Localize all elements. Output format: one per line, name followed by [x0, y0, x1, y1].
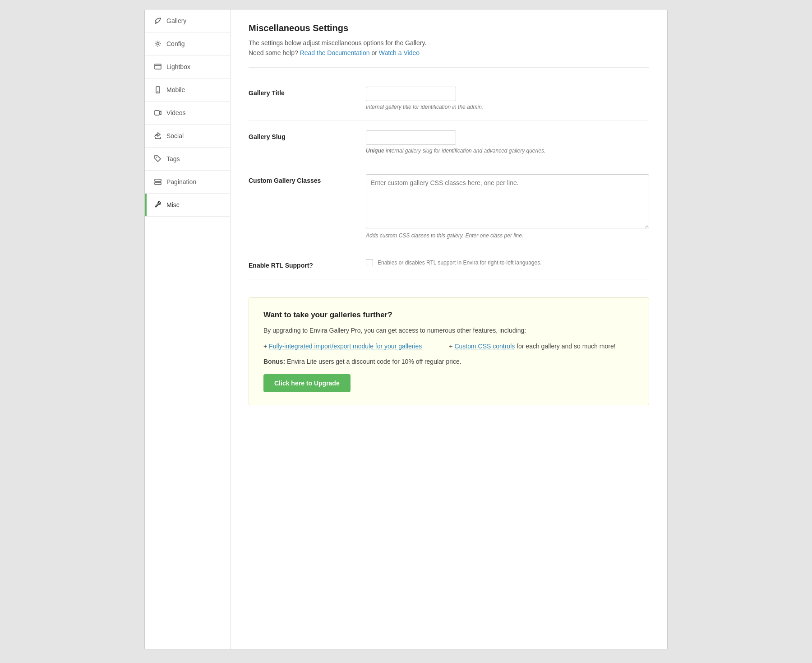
sidebar-item-lightbox[interactable]: Lightbox: [145, 56, 230, 79]
upgrade-button[interactable]: Click here to Upgrade: [263, 374, 351, 392]
svg-rect-6: [155, 179, 161, 181]
gallery-title-hint: Internal gallery title for identificatio…: [366, 104, 649, 110]
custom-classes-textarea[interactable]: [366, 174, 649, 228]
leaf-icon: [154, 17, 162, 25]
description-text: The settings below adjust miscellaneous …: [249, 39, 426, 46]
pagination-icon: [154, 178, 162, 186]
upgrade-link-2[interactable]: Custom CSS controls: [454, 343, 515, 350]
gallery-title-field: Internal gallery title for identificatio…: [366, 87, 649, 110]
sidebar-item-label-pagination: Pagination: [166, 178, 196, 185]
sidebar-item-label-lightbox: Lightbox: [166, 63, 190, 70]
gallery-slug-field: Unique internal gallery slug for identif…: [366, 130, 649, 154]
svg-rect-1: [155, 64, 161, 69]
page-title: Miscellaneous Settings: [249, 23, 649, 33]
upgrade-link-item-1: + Fully-integrated import/export module …: [263, 343, 422, 350]
svg-point-0: [157, 43, 159, 45]
gallery-title-row: Gallery Title Internal gallery title for…: [249, 77, 649, 121]
custom-classes-field: Adds custom CSS classes to this gallery.…: [366, 174, 649, 239]
tag-icon: [154, 155, 162, 163]
bonus-text: Envira Lite users get a discount code fo…: [287, 358, 461, 365]
rtl-support-checkbox[interactable]: [366, 259, 373, 266]
section-divider: [249, 67, 649, 68]
sidebar-item-pagination[interactable]: Pagination: [145, 171, 230, 194]
custom-classes-label: Custom Gallery Classes: [249, 174, 366, 184]
sidebar-item-label-tags: Tags: [166, 155, 180, 162]
or-text: or: [371, 49, 378, 56]
sidebar-item-social[interactable]: Social: [145, 125, 230, 148]
svg-rect-7: [155, 182, 161, 185]
mobile-icon: [154, 86, 162, 94]
sidebar: Gallery Config Lightbox: [145, 9, 231, 649]
svg-rect-4: [155, 111, 159, 115]
social-icon: [154, 132, 162, 140]
svg-point-5: [156, 157, 157, 158]
rtl-support-hint: Enables or disables RTL support in Envir…: [378, 260, 542, 266]
bonus-label: Bonus:: [263, 358, 285, 365]
app-container: Gallery Config Lightbox: [144, 9, 668, 650]
custom-classes-row: Custom Gallery Classes Adds custom CSS c…: [249, 164, 649, 249]
rtl-support-label: Enable RTL Support?: [249, 259, 366, 269]
page-description: The settings below adjust miscellaneous …: [249, 38, 649, 58]
gallery-slug-label: Gallery Slug: [249, 130, 366, 140]
video-link[interactable]: Watch a Video: [379, 49, 420, 56]
sidebar-item-tags[interactable]: Tags: [145, 148, 230, 171]
sidebar-item-label-videos: Videos: [166, 109, 186, 116]
gallery-title-input[interactable]: [366, 87, 456, 101]
video-icon: [154, 109, 162, 117]
upgrade-description: By upgrading to Envira Gallery Pro, you …: [263, 326, 634, 335]
sidebar-item-label-gallery: Gallery: [166, 17, 186, 24]
upgrade-title: Want to take your galleries further?: [263, 311, 634, 320]
rtl-support-checkbox-row: Enables or disables RTL support in Envir…: [366, 259, 649, 266]
rtl-support-field: Enables or disables RTL support in Envir…: [366, 259, 649, 266]
gallery-title-label: Gallery Title: [249, 87, 366, 97]
rtl-support-row: Enable RTL Support? Enables or disables …: [249, 249, 649, 279]
sidebar-item-label-config: Config: [166, 40, 185, 47]
gallery-slug-row: Gallery Slug Unique internal gallery slu…: [249, 121, 649, 164]
custom-classes-hint: Adds custom CSS classes to this gallery.…: [366, 232, 649, 239]
main-content: Miscellaneous Settings The settings belo…: [231, 9, 667, 649]
doc-link[interactable]: Read the Documentation: [300, 49, 370, 56]
sidebar-item-videos[interactable]: Videos: [145, 102, 230, 125]
lightbox-icon: [154, 63, 162, 71]
sidebar-item-label-misc: Misc: [166, 201, 180, 209]
upgrade-links: + Fully-integrated import/export module …: [263, 343, 634, 350]
upgrade-link-1[interactable]: Fully-integrated import/export module fo…: [269, 343, 422, 350]
wrench-icon: [154, 201, 162, 209]
sidebar-item-misc[interactable]: Misc: [145, 194, 230, 217]
sidebar-item-config[interactable]: Config: [145, 32, 230, 56]
upgrade-bonus-text: Bonus: Envira Lite users get a discount …: [263, 358, 634, 365]
upgrade-link-item-2: + Custom CSS controls for each gallery a…: [449, 343, 615, 350]
gallery-slug-hint: Unique internal gallery slug for identif…: [366, 148, 649, 154]
sidebar-item-label-mobile: Mobile: [166, 86, 185, 93]
sidebar-item-gallery[interactable]: Gallery: [145, 9, 230, 32]
sidebar-item-mobile[interactable]: Mobile: [145, 79, 230, 102]
sidebar-item-label-social: Social: [166, 132, 184, 139]
help-text: Need some help?: [249, 49, 300, 56]
upgrade-box: Want to take your galleries further? By …: [249, 297, 649, 405]
gear-icon: [154, 40, 162, 48]
gallery-slug-input[interactable]: [366, 130, 456, 145]
